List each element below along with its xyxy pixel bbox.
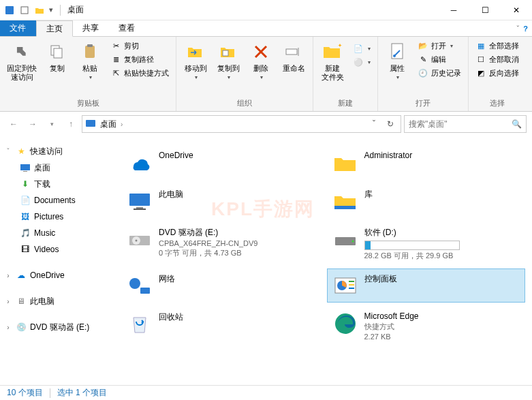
history-button[interactable]: 🕘历史记录	[415, 67, 464, 79]
qat-dropdown-icon[interactable]: ▾	[49, 5, 53, 14]
recent-dropdown[interactable]: ▾	[44, 116, 60, 132]
item-thispc[interactable]: 此电脑	[121, 184, 320, 218]
item-edge[interactable]: Microsoft Edge快捷方式2.27 KB	[327, 307, 526, 344]
open-button[interactable]: 📂打开▾	[415, 40, 464, 52]
download-icon: ⬇	[19, 178, 31, 190]
new-item-button[interactable]: 📄▾	[350, 42, 373, 55]
pin-quickaccess-button[interactable]: 固定到快 速访问	[4, 40, 40, 83]
svg-rect-27	[349, 281, 354, 282]
tab-file[interactable]: 文件	[0, 20, 36, 36]
item-dvd[interactable]: DVD 驱动器 (E:)CPBA_X64FRE_ZH-CN_DV90 字节 可用…	[121, 222, 320, 264]
user-folder-icon	[332, 149, 359, 176]
address-dropdown-icon[interactable]: ˇ	[366, 117, 381, 132]
svg-rect-12	[20, 164, 30, 170]
svg-rect-17	[334, 206, 356, 209]
expand-icon[interactable]: ›	[4, 272, 12, 279]
drive-space-bar	[364, 241, 460, 250]
desktop-icon	[19, 161, 31, 174]
copy-button[interactable]: 复制	[42, 40, 72, 74]
qat-new-icon[interactable]	[19, 5, 30, 16]
svg-rect-0	[5, 6, 14, 14]
paste-shortcut-button[interactable]: ⇱粘贴快捷方式	[108, 67, 172, 79]
tree-desktop[interactable]: 桌面	[0, 159, 114, 176]
expand-icon[interactable]: ˇ	[4, 148, 12, 155]
breadcrumb-arrow-icon[interactable]: ›	[121, 121, 123, 128]
select-none-button[interactable]: ☐全部取消	[473, 53, 522, 65]
status-bar: 10 个项目 选中 1 个项目	[0, 385, 532, 400]
tab-share[interactable]: 共享	[73, 20, 109, 36]
svg-rect-4	[85, 46, 95, 58]
cut-button[interactable]: ✂剪切	[108, 40, 172, 52]
ribbon-group-new: 新建 文件夹 📄▾ ⚪▾ 新建	[313, 37, 378, 111]
item-libraries[interactable]: 库	[327, 184, 526, 218]
close-button[interactable]: ✕	[501, 0, 532, 20]
forward-button[interactable]: →	[25, 116, 41, 132]
search-box[interactable]: 🔍	[404, 115, 527, 133]
address-bar[interactable]: 桌面 › ˇ ↻	[82, 115, 401, 133]
search-icon[interactable]: 🔍	[511, 119, 522, 129]
breadcrumb[interactable]: 桌面	[99, 119, 118, 130]
history-icon: 🕘	[418, 67, 428, 78]
qat-folder-icon[interactable]	[34, 5, 45, 16]
svg-rect-24	[140, 288, 150, 294]
tree-dvd[interactable]: ›💿DVD 驱动器 (E:)	[0, 319, 114, 335]
documents-icon: 📄	[19, 194, 31, 206]
ribbon-collapse-icon[interactable]: ˇ	[517, 25, 520, 33]
expand-icon[interactable]: ›	[4, 324, 12, 331]
paste-button[interactable]: 粘贴 ▾	[75, 40, 105, 82]
item-onedrive[interactable]: OneDrive	[121, 146, 320, 180]
svg-point-22	[351, 241, 354, 243]
pictures-icon: 🖼	[19, 211, 31, 223]
titlebar-separator	[60, 5, 61, 16]
new-folder-button[interactable]: 新建 文件夹	[317, 40, 347, 83]
svg-rect-3	[54, 48, 62, 58]
delete-button[interactable]: 删除▾	[246, 40, 276, 82]
svg-rect-13	[23, 171, 27, 172]
new-folder-icon	[322, 41, 343, 63]
tree-downloads[interactable]: ⬇下载	[0, 176, 114, 192]
help-icon[interactable]: ?	[523, 25, 528, 33]
select-all-button[interactable]: ▦全部选择	[473, 40, 522, 52]
tree-documents[interactable]: 📄Documents	[0, 192, 114, 209]
tab-home[interactable]: 主页	[36, 20, 73, 37]
expand-icon[interactable]: ›	[4, 298, 12, 305]
properties-button[interactable]: 属性▾	[382, 40, 412, 82]
titlebar: ▾ 桌面 ─ ☐ ✕	[0, 0, 532, 20]
back-button[interactable]: ←	[5, 116, 22, 132]
copy-path-button[interactable]: ≣复制路径	[108, 53, 172, 65]
tree-pictures[interactable]: 🖼Pictures	[0, 209, 114, 225]
easy-access-button[interactable]: ⚪▾	[350, 56, 373, 68]
invert-selection-button[interactable]: ◩反向选择	[473, 67, 522, 79]
edit-button[interactable]: ✎编辑	[415, 53, 464, 65]
item-software-d[interactable]: 软件 (D:) 28.2 GB 可用，共 29.9 GB	[327, 222, 526, 264]
new-item-icon: 📄	[353, 43, 364, 54]
file-view: OneDrive Administrator 此电脑 库 DVD 驱动器 (E:…	[114, 136, 532, 388]
svg-rect-16	[134, 209, 146, 210]
tree-thispc[interactable]: ›🖥此电脑	[0, 293, 114, 309]
minimize-button[interactable]: ─	[438, 0, 469, 20]
move-to-button[interactable]: 移动到▾	[181, 40, 210, 82]
status-separator	[50, 388, 50, 398]
item-network[interactable]: 网络	[121, 268, 320, 303]
control-panel-icon	[332, 272, 359, 299]
item-control-panel[interactable]: 控制面板	[327, 268, 526, 303]
group-label-clipboard: 剪贴板	[4, 97, 172, 110]
tree-quick-access[interactable]: ˇ★快速访问	[0, 143, 114, 159]
refresh-button[interactable]: ↻	[383, 117, 398, 132]
select-all-icon: ▦	[475, 40, 486, 51]
tab-view[interactable]: 查看	[109, 20, 145, 36]
maximize-button[interactable]: ☐	[469, 0, 501, 20]
group-label-organize: 组织	[181, 97, 309, 110]
search-input[interactable]	[409, 119, 511, 129]
item-administrator[interactable]: Administrator	[327, 146, 526, 180]
tree-videos[interactable]: 🎞Videos	[0, 241, 114, 258]
tree-onedrive[interactable]: ›☁OneDrive	[0, 267, 114, 283]
item-recycle-bin[interactable]: 回收站	[121, 307, 320, 344]
up-button[interactable]: ↑	[63, 116, 79, 132]
svg-rect-6	[223, 50, 228, 56]
tree-music[interactable]: 🎵Music	[0, 225, 114, 241]
copy-to-button[interactable]: 复制到▾	[213, 40, 243, 82]
rename-button[interactable]: 重命名	[279, 40, 309, 74]
edge-icon	[332, 310, 359, 337]
paste-icon	[79, 41, 101, 63]
